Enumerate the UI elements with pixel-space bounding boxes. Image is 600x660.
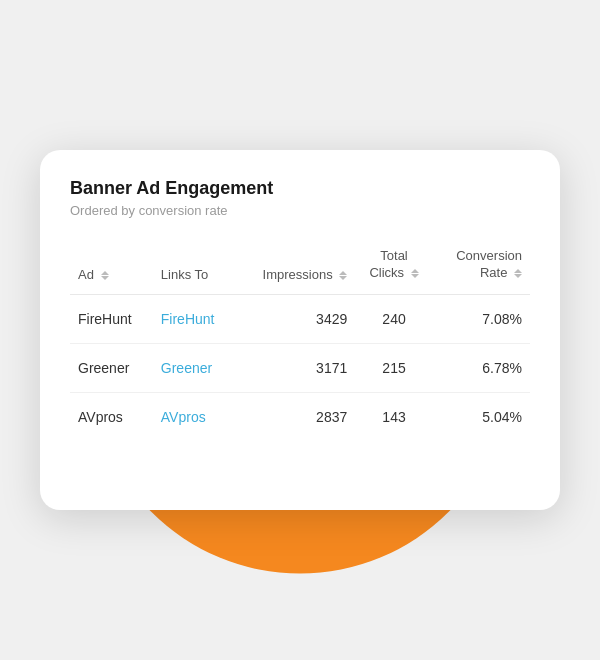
table-row: FireHuntFireHunt34292407.08% [70, 294, 530, 343]
cell-total-clicks: 240 [355, 294, 433, 343]
sort-down-icon [101, 276, 109, 280]
cell-ad: Greener [70, 343, 153, 392]
cell-ad: AVpros [70, 392, 153, 441]
cell-conversion-rate: 6.78% [433, 343, 530, 392]
sort-down-icon [411, 274, 419, 278]
cell-ad: FireHunt [70, 294, 153, 343]
cell-conversion-rate: 7.08% [433, 294, 530, 343]
col-header-conversion-rate[interactable]: ConversionRate [433, 240, 530, 294]
sort-up-icon [411, 269, 419, 273]
col-header-impressions[interactable]: Impressions [236, 240, 356, 294]
cell-impressions: 3171 [236, 343, 356, 392]
cell-links-to[interactable]: Greener [153, 343, 236, 392]
table-body: FireHuntFireHunt34292407.08%GreenerGreen… [70, 294, 530, 441]
sort-up-icon [514, 269, 522, 273]
col-header-total-clicks[interactable]: TotalClicks [355, 240, 433, 294]
cell-impressions: 2837 [236, 392, 356, 441]
sort-icon-ad [101, 271, 109, 280]
cell-conversion-rate: 5.04% [433, 392, 530, 441]
table-row: GreenerGreener31712156.78% [70, 343, 530, 392]
cell-links-to[interactable]: FireHunt [153, 294, 236, 343]
cell-total-clicks: 215 [355, 343, 433, 392]
link-cell[interactable]: AVpros [161, 409, 206, 425]
card-title: Banner Ad Engagement [70, 178, 530, 199]
card-subtitle: Ordered by conversion rate [70, 203, 530, 218]
engagement-table: Ad Links To Impressions [70, 240, 530, 441]
col-header-ad[interactable]: Ad [70, 240, 153, 294]
card: Banner Ad Engagement Ordered by conversi… [40, 150, 560, 510]
sort-up-icon [101, 271, 109, 275]
link-cell[interactable]: Greener [161, 360, 212, 376]
sort-icon-total-clicks [411, 269, 419, 278]
cell-links-to[interactable]: AVpros [153, 392, 236, 441]
link-cell[interactable]: FireHunt [161, 311, 215, 327]
sort-icon-conversion-rate [514, 269, 522, 278]
table-row: AVprosAVpros28371435.04% [70, 392, 530, 441]
sort-up-icon [339, 271, 347, 275]
col-header-links-to: Links To [153, 240, 236, 294]
cell-impressions: 3429 [236, 294, 356, 343]
table-header-row: Ad Links To Impressions [70, 240, 530, 294]
sort-down-icon [339, 276, 347, 280]
sort-down-icon [514, 274, 522, 278]
cell-total-clicks: 143 [355, 392, 433, 441]
sort-icon-impressions [339, 271, 347, 280]
